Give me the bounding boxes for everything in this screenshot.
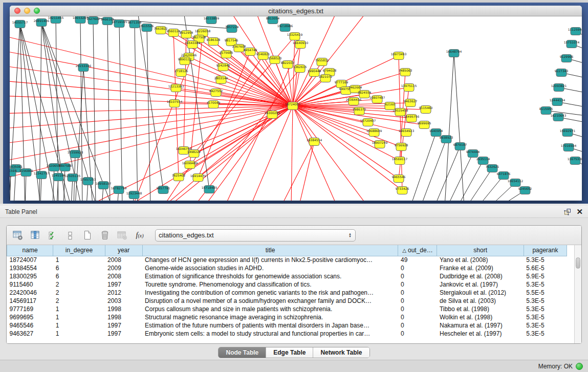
graph-node[interactable]: 10958107	[96, 182, 112, 189]
graph-node[interactable]: 391594	[10, 169, 17, 177]
table-cell[interactable]: 1	[53, 305, 105, 313]
table-cell[interactable]: 1	[53, 313, 105, 321]
graph-node[interactable]: 4170049	[207, 101, 221, 108]
table-cell[interactable]: 6	[53, 264, 105, 272]
graph-node[interactable]: 14569117	[392, 157, 408, 165]
column-header-year[interactable]: year	[105, 245, 142, 256]
graph-node[interactable]: 1156869	[19, 169, 33, 177]
graph-node[interactable]: 9129966	[560, 55, 574, 62]
table-cell[interactable]: 1	[53, 321, 105, 330]
table-cell[interactable]: Franke et al. (2009)	[437, 264, 524, 272]
table-cell[interactable]: 19384554	[7, 264, 53, 272]
graph-node[interactable]: 10688609	[366, 129, 382, 137]
table-cell[interactable]: Investigating the contribution of common…	[142, 289, 398, 297]
graph-node[interactable]: 11125940	[568, 28, 582, 35]
graph-node[interactable]: 15692971	[560, 129, 576, 137]
table-row[interactable]: 1872400712008Changes of HCN gene express…	[7, 256, 567, 264]
table-cell[interactable]: 9777169	[7, 305, 53, 313]
graph-node[interactable]: 16210643	[551, 114, 567, 121]
table-cell[interactable]: Changes of HCN gene expression and I(f) …	[142, 256, 398, 264]
graph-node[interactable]: 16033809	[204, 16, 220, 24]
graph-node[interactable]: 1568520	[268, 56, 282, 64]
table-scrollbar[interactable]	[574, 245, 581, 343]
table-row[interactable]: 946362711997Embryonic stem cells: a mode…	[7, 330, 567, 338]
table-cell[interactable]: 0	[398, 289, 437, 297]
table-cell[interactable]: Jankovic et al. (1997)	[437, 280, 524, 289]
table-cell[interactable]: 2009	[105, 264, 142, 272]
table-row[interactable]: 969969511998Structural magnetic resonanc…	[7, 313, 567, 321]
graph-node[interactable]: 7857224	[225, 25, 239, 33]
table-cell[interactable]: 2008	[105, 272, 142, 280]
table-cell[interactable]: 49	[398, 256, 437, 264]
table-cell[interactable]: 0	[398, 321, 437, 330]
graph-node[interactable]: 9897588	[58, 164, 72, 171]
table-cell[interactable]: Wolkin et al. (1998)	[437, 313, 524, 321]
graph-node[interactable]: 1527602	[86, 17, 100, 25]
graph-node[interactable]: 9245652	[518, 187, 532, 194]
graph-node[interactable]: 8427552	[209, 89, 223, 97]
table-cell[interactable]: 0	[398, 280, 437, 289]
graph-node[interactable]: 11675338	[568, 157, 582, 165]
table-row[interactable]: 1830029562008Estimation of significance …	[7, 272, 567, 280]
table-cell[interactable]: 9463627	[7, 330, 53, 338]
citation-network-graph[interactable]: 1405571720891406192114551065328715276029…	[10, 16, 582, 201]
graph-node[interactable]: 7632621	[486, 165, 499, 172]
column-header-title[interactable]: title	[142, 245, 398, 256]
graph-node[interactable]: 12505135	[65, 174, 81, 182]
table-cell[interactable]: Hescheler et al. (1997)	[437, 330, 524, 338]
table-cell[interactable]: Genome-wide association studies in ADHD.	[142, 264, 398, 272]
graph-node[interactable]: 6471876	[497, 172, 511, 180]
graph-node[interactable]: 16099489	[182, 161, 198, 169]
table-cell[interactable]: 18300295	[7, 272, 53, 280]
table-cell[interactable]: Stergiakouli et al. (2012)	[437, 289, 524, 297]
graph-node[interactable]: 8454749	[244, 48, 257, 56]
table-cell[interactable]: 2	[53, 289, 105, 297]
table-cell[interactable]: 6	[53, 272, 105, 280]
graph-node[interactable]: 62160	[385, 102, 395, 110]
table-cell[interactable]: 9699695	[7, 313, 53, 321]
window-titlebar[interactable]: citations_edges.txt	[10, 6, 582, 16]
table-cell[interactable]: Tibbo et al. (1998)	[437, 305, 524, 313]
graph-node[interactable]: 12923448	[126, 191, 142, 199]
graph-node[interactable]: 2935114	[476, 157, 490, 165]
graph-node[interactable]: 7986372	[353, 107, 366, 115]
table-cell[interactable]: 1997	[105, 321, 142, 330]
table-cell[interactable]: 14569117	[7, 297, 53, 305]
column-header-outde[interactable]: △out_de…	[398, 245, 437, 256]
graph-node[interactable]: 8912954	[180, 31, 193, 38]
graph-node[interactable]: 6879197	[453, 143, 467, 150]
table-cell[interactable]: Yano et al. (2008)	[437, 256, 524, 264]
table-cell[interactable]: 1997	[105, 330, 142, 338]
function-builder-button[interactable]: f(x)	[133, 228, 147, 243]
graph-node[interactable]: 16914479	[190, 174, 206, 182]
graph-node[interactable]: 10807487	[369, 96, 385, 103]
table-cell[interactable]: 0	[398, 264, 437, 272]
column-header-name[interactable]: name	[7, 245, 53, 256]
table-cell[interactable]: Corpus callosum shape and size in male p…	[142, 305, 398, 313]
table-type-tabs[interactable]: Node TableEdge TableNetwork Table	[218, 347, 369, 358]
table-cell[interactable]: 0	[398, 272, 437, 280]
select-rows-button[interactable]	[46, 228, 60, 243]
table-row[interactable]: 977716911998Corpus callosum shape and si…	[7, 305, 567, 313]
table-cell[interactable]: Embryonic stem cells: a model to study s…	[142, 330, 398, 338]
table-cell[interactable]: Estimation of significance thresholds fo…	[142, 272, 398, 280]
table-cell[interactable]: 5.3E-5	[524, 256, 567, 264]
graph-node[interactable]: 8938923	[440, 136, 453, 143]
graph-node[interactable]: 9699695	[418, 121, 431, 129]
close-window-button[interactable]	[14, 8, 20, 14]
column-header-indegree[interactable]: in_degree	[53, 245, 105, 256]
table-cell[interactable]: Estimation of the future numbers of pati…	[142, 321, 398, 330]
table-cell[interactable]: Nakamura et al. (1997)	[437, 321, 524, 330]
table-selector-dropdown[interactable]: citations_edges.txt ▲▼	[155, 229, 356, 242]
table-row[interactable]: 946554611997Estimation of the future num…	[7, 321, 567, 330]
table-cell[interactable]: 2	[53, 297, 105, 305]
select-column-button[interactable]	[28, 228, 42, 243]
graph-node[interactable]: 16648794	[446, 50, 462, 57]
table-cell[interactable]: 1998	[105, 313, 142, 321]
graph-node[interactable]: 10654112	[508, 179, 524, 187]
graph-node[interactable]: 19211455	[48, 16, 64, 24]
column-header-pagerank[interactable]: pagerank	[524, 245, 567, 256]
graph-node[interactable]: 12093821	[551, 84, 567, 92]
table-cell[interactable]: 0	[398, 305, 437, 313]
graph-node[interactable]: 7625402	[172, 173, 186, 181]
